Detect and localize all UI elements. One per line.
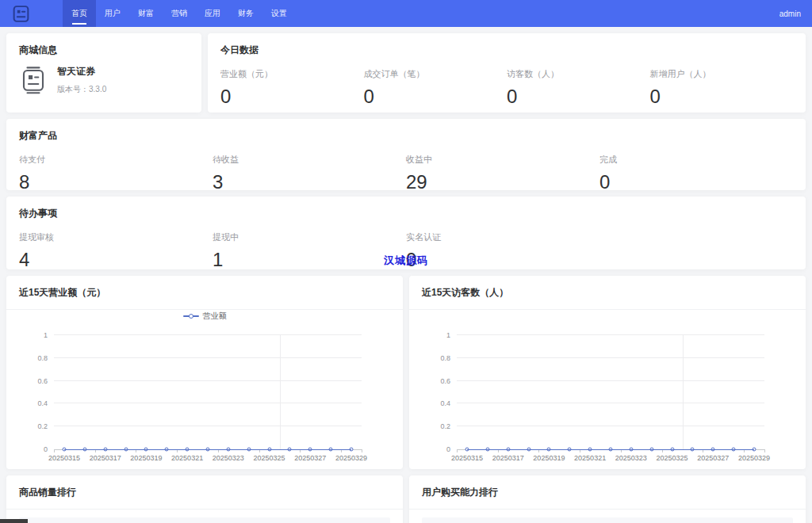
y-axis-tick-label: 0.8 xyxy=(37,354,48,362)
nav-menu-item[interactable]: 财务 xyxy=(229,0,262,27)
divider xyxy=(409,309,806,310)
divider xyxy=(409,509,806,510)
visitors-chart-plot: 00.20.40.60.8120250315202503172025031920… xyxy=(457,335,764,450)
x-axis-label: 20250327 xyxy=(294,454,326,462)
series-line xyxy=(64,449,351,450)
mall-info-card: 商城信息 智天证券 版本号：3.3.0 xyxy=(6,33,201,113)
user-purchase-ranking-card: 用户购买能力排行 排名用户信息成交单数消费金额 xyxy=(409,475,806,523)
stat-value: 29 xyxy=(406,171,599,193)
product-ranking-header-row: 排名商品信息销量销售额 xyxy=(19,517,390,523)
y-gridline xyxy=(54,357,362,358)
nav-menu-item[interactable]: 设置 xyxy=(262,0,296,27)
stat-value: 0 xyxy=(599,171,793,193)
site-watermark: 汉城源码 xyxy=(384,254,428,268)
revenue-chart-title: 近15天营业额（元） xyxy=(6,276,403,300)
wealth-products-card: 财富产品 待支付 8 待收益 3 收益中 29 完成 xyxy=(6,119,806,190)
x-axis-tick xyxy=(362,449,362,452)
x-axis-label: 20250321 xyxy=(171,454,203,462)
stat-item: 实名认证 0 xyxy=(406,231,599,271)
line-series-marker-icon xyxy=(183,314,199,319)
y-axis-tick-label: 0.4 xyxy=(37,399,48,407)
stat-label: 待支付 xyxy=(19,154,213,166)
nav-menu-item[interactable]: 财富 xyxy=(129,0,163,27)
horizontal-scrollbar-thumb[interactable] xyxy=(0,519,28,523)
stat-label: 营业额（元） xyxy=(220,68,364,80)
x-axis-tick xyxy=(54,449,55,452)
y-gridline xyxy=(54,380,362,381)
nav-menu-item[interactable]: 用户 xyxy=(96,0,129,27)
x-axis-label: 20250325 xyxy=(657,454,688,462)
y-gridline xyxy=(54,403,362,403)
x-gridline xyxy=(280,335,281,449)
y-axis-tick-label: 0.2 xyxy=(37,422,48,430)
y-axis-tick-label: 0 xyxy=(44,445,48,453)
stat-value: 4 xyxy=(19,249,213,271)
x-axis-label: 20250315 xyxy=(48,454,80,462)
stat-item: 访客数（人） 0 xyxy=(507,68,650,108)
stat-value: 0 xyxy=(650,86,794,108)
nav-menu-item-label: 首页 xyxy=(71,9,87,17)
nav-menu-item-label: 财富 xyxy=(138,9,154,17)
y-axis-tick-label: 1 xyxy=(446,331,450,339)
x-axis-label: 20250315 xyxy=(451,454,483,462)
stat-item: 提现中 1 xyxy=(213,231,406,271)
y-axis-tick-label: 0.6 xyxy=(440,377,450,385)
stat-label: 提现中 xyxy=(213,231,406,243)
todo-title: 待办事项 xyxy=(6,197,806,220)
stat-item: 待收益 3 xyxy=(213,154,406,193)
divider xyxy=(6,309,403,310)
revenue-chart-plot: 00.20.40.60.8120250315202503172025031920… xyxy=(54,335,362,450)
nav-menu-item[interactable]: 营销 xyxy=(163,0,196,27)
y-gridline xyxy=(457,403,764,403)
y-gridline xyxy=(457,357,764,358)
revenue-chart-card: 近15天营业额（元） 营业额 00.20.40.60.8120250315202… xyxy=(6,276,403,469)
mall-version: 版本号：3.3.0 xyxy=(57,84,106,95)
x-axis-tick xyxy=(457,449,458,452)
visitors-chart-title: 近15天访客数（人） xyxy=(409,276,806,300)
stat-value: 0 xyxy=(406,249,599,271)
chart-legend[interactable]: 营业额 xyxy=(6,311,403,322)
nav-menu-item[interactable]: 首页 xyxy=(63,0,96,27)
today-stats: 营业额（元） 0 成交订单（笔） 0 访客数（人） 0 新增用户（人） xyxy=(208,57,806,108)
legend-label: 营业额 xyxy=(203,311,227,322)
today-data-title: 今日数据 xyxy=(208,33,806,57)
y-axis-tick-label: 0.8 xyxy=(440,354,450,362)
x-axis-label: 20250327 xyxy=(697,454,729,462)
stat-label: 实名认证 xyxy=(406,231,599,243)
y-gridline xyxy=(54,426,362,426)
stat-label: 完成 xyxy=(599,154,793,166)
y-gridline xyxy=(457,380,764,381)
today-data-card: 今日数据 营业额（元） 0 成交订单（笔） 0 访客数（人） 0 xyxy=(208,33,806,113)
y-axis-tick-label: 0 xyxy=(446,445,450,453)
mall-name: 智天证券 xyxy=(57,65,106,78)
stat-value: 8 xyxy=(19,171,213,193)
main-menu: 首页 用户 财富 营销 应用 财务 设置 xyxy=(63,0,296,27)
app-logo-icon[interactable] xyxy=(11,4,31,24)
wealth-stats: 待支付 8 待收益 3 收益中 29 完成 0 xyxy=(6,143,806,193)
divider xyxy=(6,509,403,510)
y-axis-tick-label: 1 xyxy=(44,331,48,339)
top-navbar: 首页 用户 财富 营销 应用 财务 设置 adm xyxy=(0,0,812,27)
visitors-chart-card: 近15天访客数（人） 00.20.40.60.81202503152025031… xyxy=(409,276,806,469)
y-axis-tick-label: 0.2 xyxy=(440,422,450,430)
stat-value: 1 xyxy=(213,249,406,271)
stat-item: 待支付 8 xyxy=(19,154,213,193)
x-axis-label: 20250329 xyxy=(335,454,367,462)
series-line xyxy=(467,449,754,450)
stat-label: 新增用户（人） xyxy=(650,68,794,80)
user-purchase-ranking-title: 用户购买能力排行 xyxy=(409,475,806,499)
product-sales-ranking-card: 商品销量排行 排名商品信息销量销售额 xyxy=(6,475,403,523)
nav-menu-item-label: 用户 xyxy=(105,9,121,17)
nav-menu-item[interactable]: 应用 xyxy=(196,0,229,27)
user-menu-button[interactable]: admin xyxy=(779,10,801,18)
x-axis-label: 20250321 xyxy=(574,454,606,462)
stat-label: 收益中 xyxy=(406,154,599,166)
mall-logo-icon xyxy=(19,66,48,94)
stat-item: 新增用户（人） 0 xyxy=(650,68,794,108)
stat-label: 待收益 xyxy=(213,154,406,166)
y-axis-tick-label: 0.6 xyxy=(37,377,48,385)
x-axis-label: 20250329 xyxy=(738,454,770,462)
stat-value: 0 xyxy=(220,86,364,108)
x-axis-label: 20250323 xyxy=(213,454,244,462)
stat-value: 0 xyxy=(507,86,650,108)
